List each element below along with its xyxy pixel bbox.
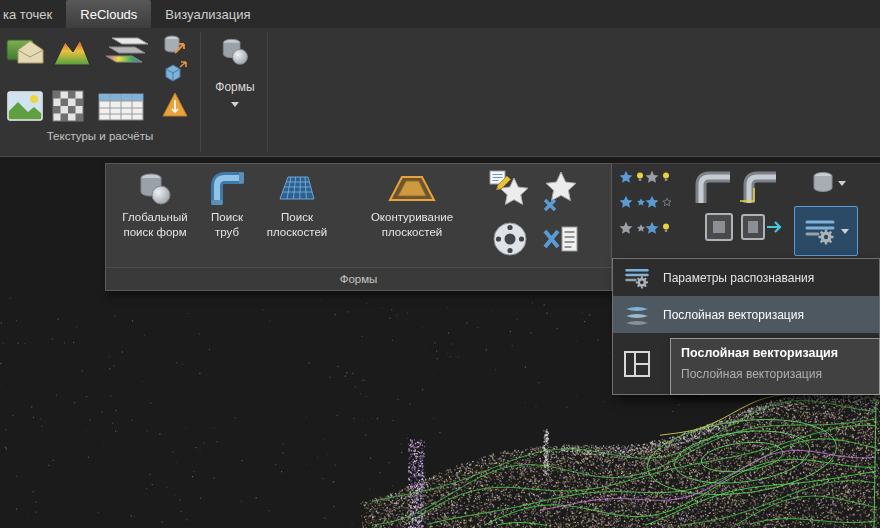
edit-shape-button[interactable] (486, 168, 534, 214)
chevron-down-icon (838, 181, 846, 186)
delete-list-button[interactable] (538, 220, 584, 258)
cylinder-dropdown-icon[interactable] (810, 170, 846, 196)
square-arrow-icon[interactable] (740, 212, 784, 242)
layered-vectorization-split-button[interactable] (794, 206, 858, 256)
ribbon-tab-bar: ка точек ReClouds Визуализация (0, 0, 880, 28)
pipe-elbow-icon[interactable] (692, 168, 732, 204)
region-square-icon[interactable] (704, 212, 734, 242)
chevron-down-icon (841, 229, 849, 234)
stars-pair-icon[interactable] (618, 194, 646, 210)
cylinder-export-icon[interactable] (162, 33, 188, 58)
button-label: Поисктруб (211, 210, 243, 240)
star-bulb-icon[interactable] (644, 169, 670, 185)
flange-circle-icon (491, 220, 529, 258)
layers-stack-icon[interactable] (100, 36, 154, 66)
vectorization-tools-panel (612, 163, 880, 258)
photo-texture-icon[interactable] (6, 88, 44, 124)
textures-panel-title[interactable]: Текстуры и расчёты (0, 130, 200, 142)
tooltip-description: Послойная векторизация (681, 367, 869, 381)
flyout-panel-title[interactable]: Формы (106, 267, 611, 290)
tab-reclouds[interactable]: ReClouds (66, 0, 151, 28)
cube-export-icon[interactable] (162, 60, 188, 85)
menu-item-label: Параметры распознавания (663, 271, 814, 285)
elevation-map-icon[interactable] (52, 36, 92, 68)
delete-shape-button[interactable] (538, 168, 584, 214)
app-window: ка точек ReClouds Визуализация (0, 0, 880, 528)
plane-search-button[interactable]: Поискплоскостей (256, 170, 338, 240)
pipe-elbow-icon (209, 170, 245, 206)
tooltip-title: Послойная векторизация (681, 346, 869, 360)
stars-pair-icon[interactable] (644, 194, 672, 210)
plane-outline-icon (388, 170, 436, 206)
chevron-down-icon (231, 102, 239, 107)
layers-icon (622, 303, 652, 327)
plane-contouring-button[interactable]: Оконтуриваниеплоскостей (340, 170, 484, 240)
star-x-icon (541, 168, 581, 214)
star-edit-icon (488, 168, 532, 214)
pipe-elbow-angle-icon[interactable] (738, 168, 778, 204)
star-bulb-icon[interactable] (644, 220, 670, 236)
terrain-texture-icon[interactable] (6, 34, 44, 70)
panel-separator (200, 32, 201, 152)
menu-item-label: Послойная векторизация (663, 308, 804, 322)
gear-layers-icon (804, 216, 836, 246)
button-label: Глобальныйпоиск форм (122, 210, 187, 240)
menu-item-layered-vectorization[interactable]: Послойная векторизация (613, 296, 879, 333)
cylinder-sphere-icon (137, 170, 173, 206)
forms-panel-dropdown-button[interactable]: Формы (204, 28, 266, 155)
stars-pair-icon[interactable] (618, 220, 646, 236)
forms-button-label: Формы (215, 80, 254, 94)
button-label: Оконтуриваниеплоскостей (371, 210, 453, 240)
cylinder-sphere-icon (220, 36, 250, 66)
panel-separator (267, 32, 268, 152)
star-bulb-icon[interactable] (618, 169, 644, 185)
tooltip-layered-vectorization: Послойная векторизация Послойная вектори… (670, 338, 880, 395)
flange-button[interactable] (488, 220, 532, 258)
x-list-icon (541, 220, 581, 258)
tab-visualization[interactable]: Визуализация (151, 0, 264, 28)
global-shape-search-button[interactable]: Глобальныйпоиск форм (112, 170, 198, 240)
cone-measure-icon[interactable] (160, 90, 190, 120)
checkerboard-icon[interactable] (52, 90, 84, 122)
gear-layers-icon (622, 265, 652, 290)
forms-flyout-panel: Глобальныйпоиск форм Поисктруб Поиск (105, 163, 612, 291)
ribbon: Текстуры и расчёты Формы (0, 28, 880, 157)
table-icon[interactable] (98, 92, 144, 122)
menu-item-recognition-parameters[interactable]: Параметры распознавания (613, 259, 879, 296)
plane-grid-icon (278, 170, 316, 206)
pipe-search-button[interactable]: Поисктруб (200, 170, 254, 240)
window-pane-icon (622, 347, 652, 381)
button-label: Поискплоскостей (267, 210, 327, 240)
tab-point-clouds[interactable]: ка точек (0, 0, 66, 28)
